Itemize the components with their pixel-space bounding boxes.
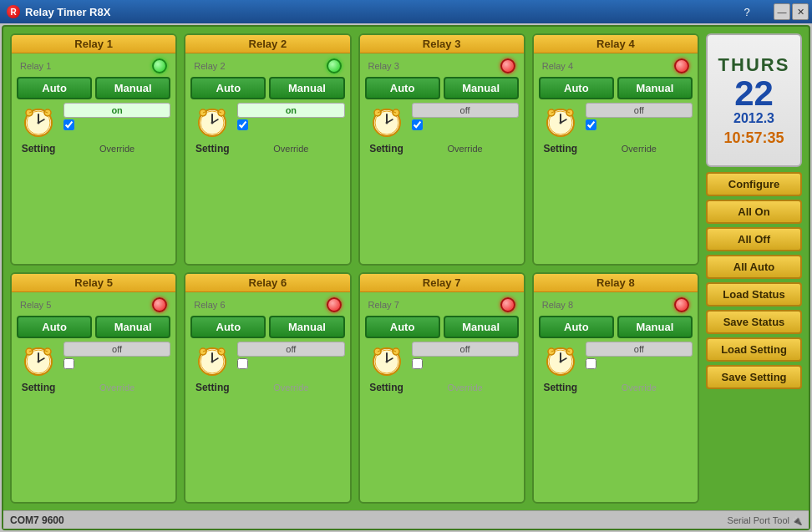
relay-name-label-1: Relay 1 <box>20 61 51 71</box>
override-toggle-2[interactable]: on <box>237 103 344 118</box>
clock-container-4 <box>539 103 582 139</box>
auto-button-6[interactable]: Auto <box>190 316 266 338</box>
relay-status-row-5: Relay 5 <box>17 297 170 312</box>
override-checkbox-4[interactable] <box>586 119 596 130</box>
override-checkbox-5[interactable] <box>63 358 74 369</box>
manual-button-4[interactable]: Manual <box>617 77 693 99</box>
app-icon: R <box>7 5 20 18</box>
relay-card-2: Relay 2 Relay 2 Auto Manual <box>184 33 351 266</box>
save-setting-button[interactable]: Save Setting <box>706 365 802 389</box>
relay-card-3: Relay 3 Relay 3 Auto Manual <box>358 33 525 266</box>
bottom-row-7: Setting Override <box>365 382 519 393</box>
load-status-button[interactable]: Load Status <box>706 282 802 307</box>
setting-label-5[interactable]: Setting <box>17 382 60 393</box>
relay-body-7: Relay 7 Auto Manual <box>360 292 524 503</box>
relay-body-2: Relay 2 Auto Manual <box>185 53 349 264</box>
setting-label-8[interactable]: Setting <box>539 382 582 393</box>
override-toggle-8[interactable]: off <box>586 342 693 357</box>
all-off-button[interactable]: All Off <box>706 227 802 251</box>
override-label-8: Override <box>586 383 693 393</box>
time-display: 10:57:35 <box>723 129 784 147</box>
auto-button-4[interactable]: Auto <box>539 77 614 99</box>
override-controls-1: on <box>63 103 170 139</box>
relay-status-row-6: Relay 6 <box>190 297 344 312</box>
override-label-4: Override <box>586 144 693 154</box>
override-toggle-6[interactable]: off <box>237 342 344 357</box>
relay-card-4: Relay 4 Relay 4 Auto Manual <box>532 33 699 266</box>
auto-button-1[interactable]: Auto <box>17 77 92 99</box>
mode-buttons-3: Auto Manual <box>365 77 519 99</box>
override-controls-7: off <box>412 342 519 378</box>
title-bar: R Relay Timer R8X ? — ✕ <box>0 0 812 23</box>
relay-led-7 <box>500 297 515 312</box>
override-toggle-3[interactable]: off <box>412 103 519 118</box>
override-toggle-1[interactable]: on <box>63 103 170 118</box>
status-port: COM7 9600 <box>10 514 64 526</box>
bottom-row-3: Setting Override <box>365 143 519 155</box>
relay-card-7: Relay 7 Relay 7 Auto Manual <box>358 272 525 504</box>
content-area: Relay 1 Relay 1 Auto Manual <box>3 27 809 510</box>
manual-button-7[interactable]: Manual <box>444 316 519 338</box>
override-label-1: Override <box>63 144 170 154</box>
auto-button-3[interactable]: Auto <box>365 77 440 99</box>
bottom-row-4: Setting Override <box>539 143 693 155</box>
override-checkbox-7[interactable] <box>412 358 423 369</box>
minimize-button[interactable]: — <box>774 3 790 20</box>
relay-led-5 <box>152 297 167 312</box>
manual-button-6[interactable]: Manual <box>269 316 344 338</box>
manual-button-5[interactable]: Manual <box>95 316 170 338</box>
window-controls: — ✕ <box>774 3 809 20</box>
setting-label-2[interactable]: Setting <box>190 143 234 155</box>
relay-row-2: Relay 5 Relay 5 Auto Manual <box>10 272 699 504</box>
manual-button-3[interactable]: Manual <box>444 77 519 99</box>
auto-button-2[interactable]: Auto <box>190 77 266 99</box>
setting-label-3[interactable]: Setting <box>365 143 409 155</box>
override-checkbox-1[interactable] <box>63 119 74 130</box>
relay-name-label-4: Relay 4 <box>542 61 573 71</box>
override-label-7: Override <box>412 383 519 393</box>
bottom-row-1: Setting Override <box>17 143 170 155</box>
clock-container-5 <box>17 342 60 378</box>
relay-card-1: Relay 1 Relay 1 Auto Manual <box>10 33 177 266</box>
relay-name-label-7: Relay 7 <box>368 300 399 310</box>
setting-label-4[interactable]: Setting <box>539 143 582 155</box>
manual-button-2[interactable]: Manual <box>269 77 344 99</box>
override-checkbox-3[interactable] <box>412 119 423 130</box>
checkbox-row-8 <box>586 358 693 369</box>
mode-buttons-7: Auto Manual <box>365 316 519 338</box>
override-controls-2: on <box>237 103 344 139</box>
clock-display: THURS 22 2012.3 10:57:35 <box>706 33 802 167</box>
relay-led-4 <box>674 58 689 73</box>
auto-button-7[interactable]: Auto <box>365 316 440 338</box>
manual-button-8[interactable]: Manual <box>617 316 693 338</box>
configure-button[interactable]: Configure <box>706 172 802 196</box>
load-setting-button[interactable]: Load Setting <box>706 337 802 362</box>
manual-button-1[interactable]: Manual <box>95 77 170 99</box>
relay-card-5: Relay 5 Relay 5 Auto Manual <box>10 272 177 504</box>
all-on-button[interactable]: All On <box>706 200 802 224</box>
setting-label-1[interactable]: Setting <box>17 143 60 155</box>
override-toggle-7[interactable]: off <box>412 342 519 357</box>
override-label-2: Override <box>237 144 344 154</box>
clock-container-8 <box>539 342 582 378</box>
clock-container-6 <box>190 342 234 378</box>
setting-label-6[interactable]: Setting <box>190 382 234 393</box>
override-checkbox-8[interactable] <box>586 358 596 369</box>
auto-button-8[interactable]: Auto <box>539 316 614 338</box>
relay-card-6: Relay 6 Relay 6 Auto Manual <box>184 272 351 504</box>
setting-label-7[interactable]: Setting <box>365 382 409 393</box>
relay-grid: Relay 1 Relay 1 Auto Manual <box>10 33 699 504</box>
help-button[interactable]: ? <box>738 3 755 20</box>
relay-led-3 <box>500 58 515 73</box>
all-auto-button[interactable]: All Auto <box>706 255 802 279</box>
override-checkbox-2[interactable] <box>237 119 248 130</box>
relay-led-2 <box>327 58 342 73</box>
override-area-3: off <box>365 103 519 139</box>
auto-button-5[interactable]: Auto <box>17 316 92 338</box>
override-toggle-4[interactable]: off <box>586 103 693 118</box>
override-checkbox-6[interactable] <box>237 358 248 369</box>
bottom-row-6: Setting Override <box>190 382 344 393</box>
save-status-button[interactable]: Save Status <box>706 310 802 334</box>
override-toggle-5[interactable]: off <box>63 342 170 357</box>
close-button[interactable]: ✕ <box>792 3 809 20</box>
